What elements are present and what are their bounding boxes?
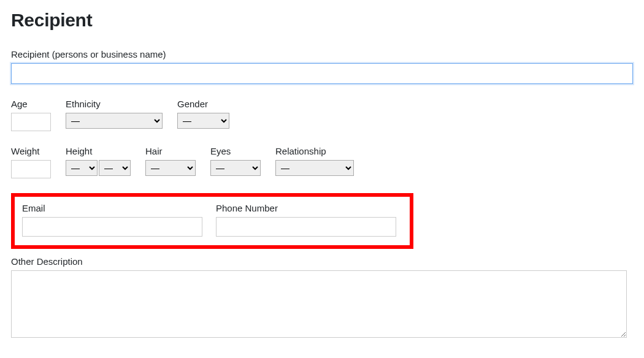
weight-label: Weight	[11, 146, 51, 156]
hair-field: Hair —	[145, 146, 196, 176]
page-title: Recipient	[11, 10, 633, 31]
phone-label: Phone Number	[216, 203, 396, 213]
eyes-label: Eyes	[210, 146, 261, 156]
recipient-input[interactable]	[11, 63, 633, 84]
relationship-field: Relationship —	[275, 146, 354, 176]
height-label: Height	[66, 146, 131, 156]
height-field: Height — —	[66, 146, 131, 176]
other-description-label: Other Description	[11, 256, 633, 267]
email-field: Email	[22, 203, 202, 237]
contact-highlight-box: Email Phone Number	[11, 193, 413, 249]
email-label: Email	[22, 203, 202, 213]
ethnicity-label: Ethnicity	[66, 99, 163, 109]
height-ft-select[interactable]: —	[66, 160, 98, 176]
age-field: Age	[11, 99, 51, 131]
ethnicity-select[interactable]: —	[66, 113, 163, 129]
gender-field: Gender —	[177, 99, 229, 129]
hair-label: Hair	[145, 146, 196, 156]
recipient-label: Recipient (persons or business name)	[11, 49, 633, 59]
relationship-select[interactable]: —	[275, 160, 354, 176]
weight-input[interactable]	[11, 160, 51, 178]
height-in-select[interactable]: —	[99, 160, 131, 176]
other-description-textarea[interactable]	[11, 270, 627, 338]
ethnicity-field: Ethnicity —	[66, 99, 163, 129]
age-label: Age	[11, 99, 51, 109]
eyes-field: Eyes —	[210, 146, 261, 176]
gender-select[interactable]: —	[177, 113, 229, 129]
eyes-select[interactable]: —	[210, 160, 261, 176]
weight-field: Weight	[11, 146, 51, 178]
other-description-field: Other Description	[11, 256, 633, 338]
phone-input[interactable]	[216, 217, 396, 237]
relationship-label: Relationship	[275, 146, 354, 156]
gender-label: Gender	[177, 99, 229, 109]
age-input[interactable]	[11, 113, 51, 131]
recipient-field: Recipient (persons or business name)	[11, 49, 633, 84]
phone-field: Phone Number	[216, 203, 396, 237]
hair-select[interactable]: —	[145, 160, 196, 176]
email-input[interactable]	[22, 217, 202, 237]
